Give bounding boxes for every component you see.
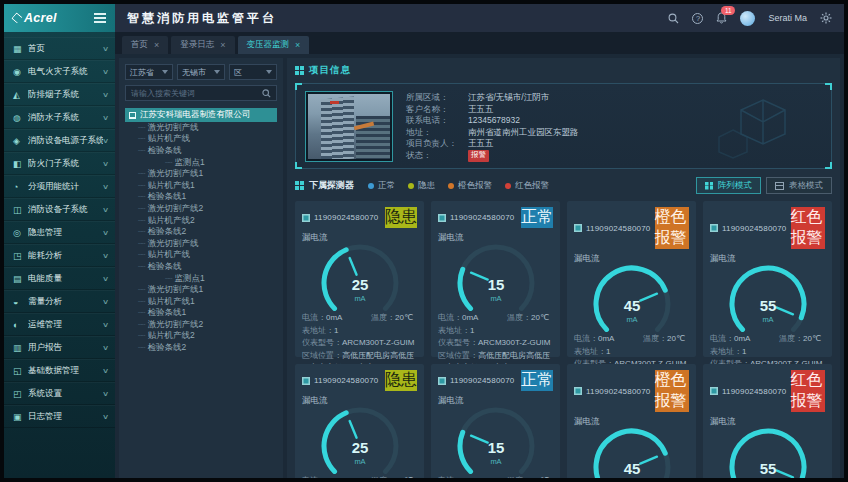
legend-label: 隐患 [418, 180, 435, 192]
district-select[interactable]: 区 [229, 64, 277, 80]
tree-node-3[interactable]: ╌╌监测点1 [125, 157, 277, 169]
card-status-badge: 橙色报警 [655, 207, 690, 249]
sidebar-item-8[interactable]: ◎隐患管理∨ [4, 221, 115, 244]
detector-grid-icon [295, 181, 304, 190]
tree-node-9[interactable]: ╌╌检验条线2 [125, 226, 277, 238]
tree-node-7[interactable]: ╌╌激光切割产线2 [125, 203, 277, 215]
sidebar-item-label: 运维管理 [28, 319, 103, 331]
sidebar-item-icon: ◔ [13, 182, 28, 192]
tab-close-icon[interactable]: × [295, 40, 300, 50]
mode-button-0[interactable]: 阵列模式 [696, 177, 761, 194]
tree-node-1[interactable]: ╌╌贴片机产线 [125, 134, 277, 146]
sidebar-item-6[interactable]: ◔分项用能统计∨ [4, 175, 115, 198]
tree-search-input[interactable] [131, 89, 256, 98]
mode-label: 表格模式 [789, 180, 823, 192]
detector-card-4[interactable]: 11909024580070隐患漏电流25mA电流：0mA温度：20℃表地址：1… [295, 364, 424, 478]
tree-node-12[interactable]: ╌╌检验条线 [125, 261, 277, 273]
current-pair: 电流：0mA [302, 475, 342, 478]
sidebar-item-12[interactable]: ◐运维管理∨ [4, 313, 115, 336]
search-icon[interactable] [668, 13, 679, 24]
tab-close-icon[interactable]: × [220, 40, 225, 50]
tree-node-16[interactable]: ╌╌检验条线1 [125, 308, 277, 320]
mode-label: 阵列模式 [718, 180, 752, 192]
sidebar-item-10[interactable]: ▤电能质量∨ [4, 267, 115, 290]
sidebar-item-11[interactable]: ◒需量分析∨ [4, 290, 115, 313]
svg-text:15: 15 [487, 439, 504, 456]
tree-node-15[interactable]: ╌╌贴片机产线1 [125, 296, 277, 308]
detector-card-3[interactable]: 11909024580070红色报警漏电流55mA电流：0mA温度：20℃表地址… [703, 201, 832, 357]
tab-0[interactable]: 首页× [122, 36, 168, 54]
sidebar-item-14[interactable]: ◱基础数据管理∨ [4, 359, 115, 382]
settings-gear-icon[interactable] [820, 12, 832, 24]
chevron-down-icon: ∨ [102, 390, 109, 398]
tree-node-label: 贴片机产线2 [147, 330, 194, 342]
svg-text:25: 25 [351, 276, 368, 293]
sidebar-item-15[interactable]: ◰系统设置∨ [4, 382, 115, 405]
sidebar-item-1[interactable]: ◉电气火灾子系统∨ [4, 60, 115, 83]
sidebar-item-16[interactable]: ▣日志管理∨ [4, 405, 115, 428]
detector-card-6[interactable]: 11909024580070橙色报警漏电流45mA电流：0mA温度：20℃表地址… [567, 364, 696, 478]
tree-node-label: 检验条线 [147, 261, 181, 273]
detail-value: 20℃ [531, 313, 549, 322]
sidebar-item-13[interactable]: ▥用户报告∨ [4, 336, 115, 359]
tree-node-13[interactable]: ╌╌监测点1 [125, 273, 277, 285]
field-label: 客户名称： [406, 104, 468, 116]
province-select[interactable]: 江苏省 [125, 64, 173, 80]
sidebar-item-9[interactable]: ◳能耗分析∨ [4, 244, 115, 267]
menu-collapse-icon[interactable] [94, 11, 106, 25]
tree-connector: ╌╌ [138, 147, 144, 155]
chevron-down-icon: ∨ [102, 137, 109, 145]
project-field-4: 项目负责人：王五五 [406, 138, 579, 150]
sidebar-item-2[interactable]: ◭防排烟子系统∨ [4, 83, 115, 106]
tree-node-label: 检验条线2 [147, 342, 186, 354]
tab-2[interactable]: 变压器监测× [238, 36, 310, 54]
tab-1[interactable]: 登录日志× [171, 36, 234, 54]
user-avatar[interactable] [740, 11, 755, 26]
detector-card-5[interactable]: 11909024580070正常漏电流15mA电流：0mA温度：20℃表地址：1… [431, 364, 560, 478]
detail-label: 温度： [507, 476, 531, 478]
detector-card-2[interactable]: 11909024580070橙色报警漏电流45mA电流：0mA温度：20℃表地址… [567, 201, 696, 357]
tab-close-icon[interactable]: × [154, 40, 159, 50]
sidebar-item-4[interactable]: ◈消防设备电源子系统∨ [4, 129, 115, 152]
svg-text:mA: mA [626, 315, 637, 324]
gauge-container: 25mA [302, 241, 417, 311]
tree-node-8[interactable]: ╌╌贴片机产线2 [125, 215, 277, 227]
tree-node-10[interactable]: ╌╌激光切割产线 [125, 238, 277, 250]
device-id: 11909024580070 [586, 387, 651, 396]
detail-value: 1 [606, 347, 610, 356]
card-status-badge: 红色报警 [791, 207, 826, 249]
tree-node-0[interactable]: ╌╌激光切割产线 [125, 122, 277, 134]
tree-node-17[interactable]: ╌╌激光切割产线2 [125, 319, 277, 331]
detail-row-address: 表地址：1 [438, 325, 553, 338]
search-icon[interactable] [262, 89, 271, 98]
sidebar-item-icon: ▥ [13, 343, 28, 353]
tree-node-4[interactable]: ╌╌激光切割产线1 [125, 168, 277, 180]
detail-label: 表地址： [438, 326, 470, 335]
city-select[interactable]: 无锡市 [177, 64, 225, 80]
detector-card-0[interactable]: 11909024580070隐患漏电流25mA电流：0mA温度：20℃表地址：1… [295, 201, 424, 357]
notifications-bell-icon[interactable]: 11 [716, 12, 727, 24]
sidebar-item-3[interactable]: ◍消防水子系统∨ [4, 106, 115, 129]
device-id: 11909024580070 [314, 213, 381, 222]
field-value: 南州省道南州工业园区东盟路 [468, 127, 579, 139]
sidebar-item-7[interactable]: ◫消防设备子系统∨ [4, 198, 115, 221]
detail-value: ARCM300T-Z-GUIM [342, 338, 414, 347]
mode-button-1[interactable]: 表格模式 [766, 177, 832, 194]
tree-node-11[interactable]: ╌╌贴片机产线 [125, 250, 277, 262]
tree-node-19[interactable]: ╌╌检验条线2 [125, 342, 277, 354]
tree-node-14[interactable]: ╌╌激光切割产线1 [125, 284, 277, 296]
tree-node-6[interactable]: ╌╌检验条线1 [125, 192, 277, 204]
detector-card-7[interactable]: 11909024580070红色报警漏电流55mA电流：0mA温度：20℃表地址… [703, 364, 832, 478]
card-details: 电流：0mA温度：20℃表地址：1仪表型号：ARCM300T-Z-GUIM区域位… [438, 475, 553, 478]
tree-node-2[interactable]: ╌╌检验条线 [125, 145, 277, 157]
sidebar-item-0[interactable]: ▦首页∨ [4, 37, 115, 60]
detector-card-1[interactable]: 11909024580070正常漏电流15mA电流：0mA温度：20℃表地址：1… [431, 201, 560, 357]
tree-root-company[interactable]: 江苏安科瑞电器制造有限公司 [125, 108, 277, 122]
sidebar-item-5[interactable]: ◧防火门子系统∨ [4, 152, 115, 175]
card-header: 11909024580070正常 [438, 370, 553, 391]
device-icon [574, 387, 582, 395]
tree-node-18[interactable]: ╌╌贴片机产线2 [125, 331, 277, 343]
tree-node-label: 贴片机产线 [147, 249, 190, 261]
tree-node-5[interactable]: ╌╌贴片机产线1 [125, 180, 277, 192]
help-icon[interactable]: ? [692, 13, 703, 24]
